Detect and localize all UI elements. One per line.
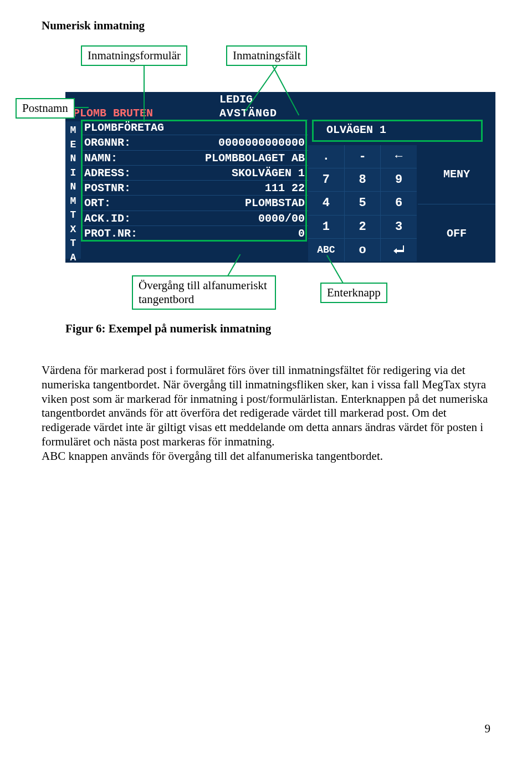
key-6[interactable]: 6 xyxy=(381,192,417,214)
side-letter: M xyxy=(65,194,81,209)
key-4[interactable]: 4 xyxy=(308,192,344,214)
figure-caption: Figur 6: Exempel på numerisk inmatning xyxy=(65,322,271,336)
side-letter: M xyxy=(65,124,81,138)
side-letter-column: M E N I N M T X T A P P xyxy=(65,121,81,259)
body-paragraph: Värdena för markerad post i formuläret f… xyxy=(42,363,490,464)
callout-enterknapp: Enterknapp xyxy=(320,283,387,303)
form-label: NAMN: xyxy=(84,151,117,165)
key-enter[interactable] xyxy=(381,239,417,262)
side-letter: I xyxy=(65,166,81,181)
form-value: 0000/00 xyxy=(258,211,305,225)
key-backspace[interactable]: ← xyxy=(381,145,417,168)
form-row[interactable]: ADRESS:SKOLVÄGEN 1 xyxy=(81,166,308,181)
side-letter: N xyxy=(65,180,81,194)
menu-button[interactable]: MENY xyxy=(418,145,495,204)
key-dot[interactable]: . xyxy=(308,145,344,168)
form-value: 0 xyxy=(298,226,305,241)
callout-line xyxy=(75,107,89,108)
form-row[interactable]: POSTNR:111 22 xyxy=(81,181,308,196)
side-letter: N xyxy=(65,152,81,166)
callout-abc-text: Övergång till alfanumeriskt tangentbord xyxy=(139,279,267,306)
key-3[interactable]: 3 xyxy=(381,216,417,238)
enter-icon xyxy=(392,243,406,257)
device-screen: LEDIG PLOMB BRUTEN AVSTÄNGD M E N I N M … xyxy=(65,92,495,263)
key-8[interactable]: 8 xyxy=(345,168,381,191)
key-abc[interactable]: ABC xyxy=(308,239,344,262)
key-9[interactable]: 9 xyxy=(381,168,417,191)
side-letter: T xyxy=(65,208,81,223)
side-letter: A xyxy=(65,251,81,265)
callout-postnamn: Postnamn xyxy=(16,98,75,119)
input-field-value[interactable]: OLVÄGEN 1 xyxy=(313,122,441,139)
page-number: 9 xyxy=(485,722,491,736)
plomb-bruten-text: PLOMB BRUTEN xyxy=(73,107,153,120)
key-2[interactable]: 2 xyxy=(345,216,381,238)
form-value: PLOMBSTAD xyxy=(245,196,305,210)
form-value: SKOLVÄGEN 1 xyxy=(232,166,305,180)
callout-inmatningsfalt: Inmatningsfält xyxy=(226,45,307,66)
form-value: 0000000000000 xyxy=(218,135,305,150)
side-letter: T xyxy=(65,237,81,251)
form-row[interactable]: PLOMBFÖRETAG xyxy=(81,120,308,135)
key-minus[interactable]: - xyxy=(345,145,381,168)
callout-line xyxy=(144,65,145,122)
form-area: PLOMBFÖRETAG ORGNNR:0000000000000 NAMN:P… xyxy=(81,120,308,262)
form-label: ORGNNR: xyxy=(84,135,131,150)
callout-inmatningsformular: Inmatningsformulär xyxy=(81,45,187,66)
side-letter: E xyxy=(65,138,81,152)
form-label: ORT: xyxy=(84,196,111,210)
key-0[interactable]: o xyxy=(345,239,381,262)
form-label: POSTNR: xyxy=(84,181,131,195)
form-row[interactable]: ORGNNR:0000000000000 xyxy=(81,135,308,150)
off-button[interactable]: OFF xyxy=(418,204,495,263)
form-label: PLOMBFÖRETAG xyxy=(84,120,164,135)
numeric-keypad: . - ← 7 8 9 4 5 6 1 2 3 ABC o xyxy=(308,145,417,262)
key-5[interactable]: 5 xyxy=(345,192,381,214)
side-letter: X xyxy=(65,223,81,237)
form-value: 111 22 xyxy=(265,181,305,195)
form-label: ACK.ID: xyxy=(84,211,131,225)
key-1[interactable]: 1 xyxy=(308,216,344,238)
form-row[interactable]: ORT:PLOMBSTAD xyxy=(81,196,308,211)
form-value: PLOMBBOLAGET AB xyxy=(205,151,305,165)
status-ledig: LEDIG xyxy=(219,93,253,106)
form-label: PROT.NR: xyxy=(84,226,137,241)
form-row[interactable]: PROT.NR:0 xyxy=(81,226,308,241)
form-row[interactable]: NAMN:PLOMBBOLAGET AB xyxy=(81,151,308,166)
form-row[interactable]: ACK.ID:0000/00 xyxy=(81,211,308,226)
status-avstangd: AVSTÄNGD xyxy=(219,107,277,120)
side-letter: P xyxy=(65,279,81,294)
form-label: ADRESS: xyxy=(84,166,131,180)
key-7[interactable]: 7 xyxy=(308,168,344,191)
right-button-column: MENY OFF xyxy=(418,145,495,263)
callout-abc: Övergång till alfanumeriskt tangentbord xyxy=(132,275,276,310)
backspace-icon: ← xyxy=(395,150,402,163)
side-letter: P xyxy=(65,265,81,279)
section-title: Numerisk inmatning xyxy=(42,19,145,33)
